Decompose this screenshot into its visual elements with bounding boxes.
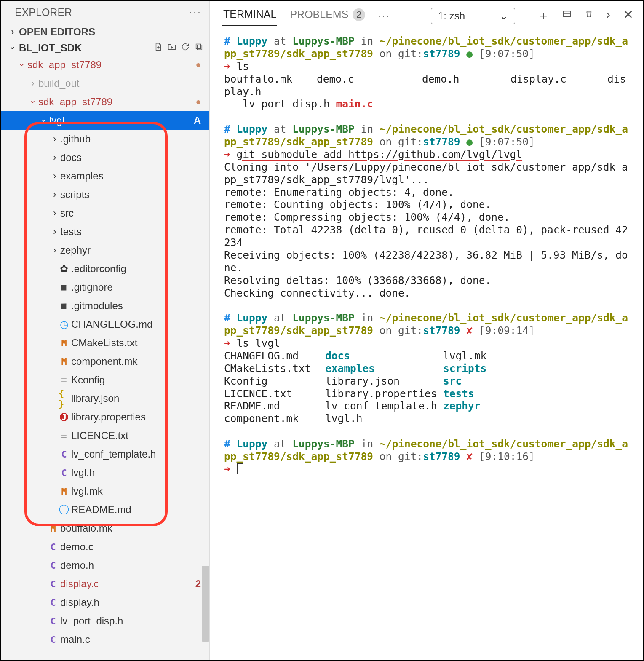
makefile-icon: M — [48, 523, 59, 534]
new-file-icon[interactable] — [154, 42, 163, 54]
info-file-icon: ⓘ — [59, 503, 69, 516]
file-item-kconfig[interactable]: ≡Kconfig — [1, 371, 209, 389]
tree-item-label: library.json — [69, 393, 119, 404]
cmd-ls: ls — [237, 60, 249, 72]
file-item-library-json[interactable]: { }library.json — [1, 389, 209, 408]
file-item-library-properties[interactable]: Jlibrary.properties — [1, 408, 209, 426]
file-item-cmakelists-txt[interactable]: MCMakeLists.txt — [1, 334, 209, 352]
chevron-down-icon: › — [7, 44, 18, 52]
file-tree: ›sdk_app_st7789•›build_out›sdk_app_st778… — [1, 56, 209, 660]
file-item--gitignore[interactable]: ◆.gitignore — [1, 278, 209, 297]
tab-terminal[interactable]: TERMINAL — [222, 5, 277, 26]
tree-item-label: .github — [59, 133, 91, 145]
tree-item-label: .editorconfig — [69, 263, 126, 275]
tree-item-label: .gitmodules — [69, 300, 123, 312]
file-item-licence-txt[interactable]: ≡LICENCE.txt — [1, 426, 209, 445]
file-item-lv-conf-template-h[interactable]: Clv_conf_template.h — [1, 445, 209, 463]
chevron-right-icon: › — [9, 27, 16, 37]
makefile-icon: M — [59, 356, 69, 367]
panel-more-icon[interactable]: ··· — [378, 10, 390, 22]
file-item-display-h[interactable]: Cdisplay.h — [1, 593, 209, 612]
folder-item-sdk-app-st7789[interactable]: ›sdk_app_st7789• — [1, 93, 209, 111]
folder-item-sdk-app-st7789[interactable]: ›sdk_app_st7789• — [1, 56, 209, 74]
c-file-icon: C — [48, 597, 59, 608]
folder-item-zephyr[interactable]: ›zephyr — [1, 241, 209, 260]
tree-item-label: sdk_app_st7789 — [26, 59, 102, 71]
terminal-output[interactable]: # Luppy at Luppys-MBP in ~/pinecone/bl_i… — [210, 27, 643, 660]
maximize-panel-icon[interactable]: › — [606, 7, 610, 24]
tab-problems-label: PROBLEMS — [290, 8, 348, 21]
folder-item--github[interactable]: ›.github — [1, 130, 209, 148]
new-terminal-icon[interactable]: ＋ — [537, 7, 550, 24]
tree-item-label: CHANGELOG.md — [69, 318, 152, 330]
folder-item-src[interactable]: ›src — [1, 204, 209, 222]
folder-item-docs[interactable]: ›docs — [1, 148, 209, 167]
git-branch: st7789 — [423, 48, 460, 60]
folder-item-scripts[interactable]: ›scripts — [1, 185, 209, 204]
project-name: BL_IOT_SDK — [19, 42, 82, 54]
file-item-demo-c[interactable]: Cdemo.c — [1, 538, 209, 556]
git-status-count: 2 — [195, 578, 201, 590]
file-item-main-c[interactable]: Cmain.c — [1, 630, 209, 649]
terminal-selector-label: 1: zsh — [438, 10, 465, 22]
tree-item-label: LICENCE.txt — [69, 430, 128, 442]
explorer-title: EXPLORER — [15, 6, 72, 19]
folder-item-examples[interactable]: ›examples — [1, 167, 209, 185]
c-file-icon: C — [48, 616, 59, 626]
tree-item-label: Kconfig — [69, 374, 105, 386]
tree-item-label: lvgl.h — [69, 467, 95, 479]
file-item-lv-port-disp-h[interactable]: Clv_port_disp.h — [1, 612, 209, 630]
collapse-all-icon[interactable] — [194, 42, 203, 54]
tree-item-label: README.md — [69, 504, 131, 516]
file-item-lvgl-mk[interactable]: Mlvgl.mk — [1, 482, 209, 500]
tab-terminal-label: TERMINAL — [223, 8, 276, 20]
open-editors-section[interactable]: › OPEN EDITORS — [1, 24, 209, 40]
chevron-right-icon: › — [51, 171, 59, 182]
git-dirty-icon: ✘ — [466, 324, 473, 337]
panel-tabs: TERMINAL PROBLEMS 2 ··· 1: zsh ⌄ ＋ › ✕ — [210, 1, 643, 27]
gear-icon: ✿ — [59, 263, 69, 275]
explorer-sidebar: EXPLORER ··· › OPEN EDITORS › BL_IOT_SDK… — [1, 1, 210, 660]
split-terminal-icon[interactable] — [562, 7, 572, 24]
ls-lvgl-output: CHANGELOG.mddocslvgl.mk CMakeLists.txtex… — [224, 350, 536, 425]
tab-problems[interactable]: PROBLEMS 2 — [289, 6, 366, 26]
folder-item-build-out[interactable]: ›build_out — [1, 74, 209, 93]
prompt-hash: # — [224, 35, 230, 47]
folder-item-lvgl[interactable]: ›lvglA — [1, 111, 209, 130]
sidebar-scrollbar[interactable] — [202, 566, 209, 642]
file-item-changelog-md[interactable]: ◷CHANGELOG.md — [1, 315, 209, 334]
file-item-demo-h[interactable]: Cdemo.h — [1, 556, 209, 575]
tree-item-label: lvgl.mk — [69, 485, 103, 497]
tree-item-label: src — [59, 207, 74, 219]
new-folder-icon[interactable] — [167, 42, 176, 54]
c-file-icon: C — [48, 579, 59, 589]
file-item-component-mk[interactable]: Mcomponent.mk — [1, 352, 209, 371]
chevron-right-icon: › — [29, 78, 37, 89]
c-file-icon: C — [48, 560, 59, 571]
file-item-display-c[interactable]: Cdisplay.c2 — [1, 575, 209, 593]
file-item-lvgl-h[interactable]: Clvgl.h — [1, 463, 209, 482]
prompt-arrow: ➜ — [224, 60, 230, 72]
terminal-selector[interactable]: 1: zsh ⌄ — [431, 8, 515, 24]
c-file-icon: C — [48, 634, 59, 645]
prompt-user: Luppy — [237, 35, 268, 47]
open-editors-label: OPEN EDITORS — [19, 26, 95, 38]
folder-item-tests[interactable]: ›tests — [1, 222, 209, 241]
text-file-icon: ≡ — [59, 430, 69, 442]
refresh-icon[interactable] — [181, 42, 190, 54]
file-item--gitmodules[interactable]: ◆.gitmodules — [1, 297, 209, 315]
tree-item-label: scripts — [59, 189, 89, 201]
close-panel-icon[interactable]: ✕ — [623, 7, 633, 24]
chevron-right-icon: › — [51, 208, 59, 219]
tree-item-label: main.c — [59, 634, 90, 645]
file-item-readme-md[interactable]: ⓘREADME.md — [1, 500, 209, 519]
changelog-icon: ◷ — [59, 318, 69, 330]
file-item--editorconfig[interactable]: ✿.editorconfig — [1, 260, 209, 278]
cmd-ls-lvgl: ls lvgl — [237, 337, 280, 349]
trash-icon[interactable] — [584, 7, 593, 24]
file-item-bouffalo-mk[interactable]: Mbouffalo.mk — [1, 519, 209, 538]
tree-item-label: demo.h — [59, 559, 94, 571]
explorer-more-icon[interactable]: ··· — [189, 6, 202, 19]
project-section-header[interactable]: › BL_IOT_SDK — [1, 40, 209, 56]
tree-item-label: library.properties — [69, 411, 146, 423]
